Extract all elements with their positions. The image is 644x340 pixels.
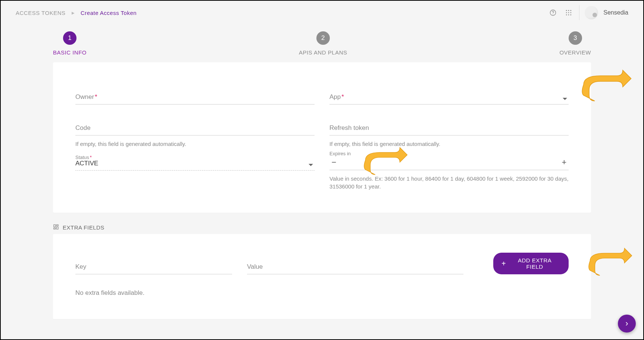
svg-point-5 — [566, 12, 567, 13]
svg-point-3 — [568, 10, 569, 11]
expires-input[interactable] — [338, 159, 560, 166]
svg-rect-12 — [56, 225, 58, 226]
expires-hint: Value in seconds. Ex: 3600 for 1 hour, 8… — [329, 175, 569, 190]
value-input[interactable] — [247, 255, 463, 274]
topbar: ACCESS TOKENS ▶ Create Access Token Sens… — [1, 1, 643, 25]
svg-point-4 — [570, 10, 572, 11]
extra-fields-card: Key Value + ADD EXTRA FIELD No extra fie… — [53, 234, 591, 319]
dashboard-icon — [53, 224, 59, 231]
extra-fields-title: EXTRA FIELDS — [63, 224, 104, 231]
svg-rect-13 — [56, 227, 58, 229]
step-basic-info[interactable]: 1 BASIC INFO — [53, 31, 87, 56]
owner-input[interactable] — [75, 85, 315, 105]
chevron-right-icon: › — [625, 319, 628, 328]
svg-point-9 — [568, 15, 569, 16]
svg-point-8 — [566, 15, 567, 16]
breadcrumb: ACCESS TOKENS ▶ Create Access Token — [16, 10, 137, 16]
step-circle-1: 1 — [63, 31, 76, 45]
status-input[interactable] — [75, 151, 315, 171]
extra-fields-header: EXTRA FIELDS — [53, 224, 591, 231]
svg-rect-14 — [54, 228, 56, 229]
stepper: 1 BASIC INFO 2 APIS AND PLANS 3 OVERVIEW — [1, 25, 643, 62]
app-field[interactable]: App* — [329, 85, 569, 105]
step-label-1: BASIC INFO — [53, 49, 87, 56]
add-extra-field-label: ADD EXTRA FIELD — [509, 257, 560, 270]
refresh-hint: If empty, this field is generated automa… — [329, 140, 569, 148]
status-field[interactable]: Status* — [75, 151, 315, 171]
step-overview[interactable]: 3 OVERVIEW — [559, 31, 591, 56]
code-input[interactable] — [75, 116, 315, 135]
step-circle-3: 3 — [569, 31, 582, 45]
chevron-down-icon — [563, 98, 567, 100]
app-input[interactable] — [329, 85, 569, 105]
username-label: Sensedia — [603, 9, 628, 16]
step-label-3: OVERVIEW — [559, 49, 591, 56]
chevron-down-icon — [309, 164, 313, 166]
extra-key-field[interactable]: Key — [75, 255, 232, 274]
help-icon[interactable] — [548, 7, 558, 18]
breadcrumb-current: Create Access Token — [81, 10, 137, 16]
svg-rect-11 — [54, 225, 56, 227]
step-apis-plans[interactable]: 2 APIS AND PLANS — [299, 31, 347, 56]
step-circle-2: 2 — [316, 31, 330, 45]
svg-point-1 — [553, 14, 553, 15]
apps-grid-icon[interactable] — [563, 7, 574, 18]
step-label-2: APIS AND PLANS — [299, 49, 347, 56]
extra-empty-message: No extra fields available. — [75, 289, 569, 297]
svg-point-2 — [566, 10, 567, 11]
key-input[interactable] — [75, 255, 232, 274]
basic-info-card: Owner* App* Code If empty, this field is… — [53, 62, 591, 213]
plus-icon: + — [501, 260, 506, 267]
svg-point-6 — [568, 12, 569, 13]
expires-field: Expires in − + — [329, 151, 569, 170]
owner-field[interactable]: Owner* — [75, 85, 315, 105]
breadcrumb-root[interactable]: ACCESS TOKENS — [16, 10, 66, 16]
svg-point-7 — [570, 12, 572, 13]
pointer-annotation-icon — [584, 243, 636, 279]
refresh-input[interactable] — [329, 116, 569, 135]
refresh-token-field[interactable]: Refresh token — [329, 116, 569, 135]
avatar[interactable] — [585, 6, 598, 19]
code-hint: If empty, this field is generated automa… — [75, 140, 315, 148]
next-fab[interactable]: › — [618, 315, 636, 333]
extra-value-field[interactable]: Value — [247, 255, 463, 274]
divider — [579, 5, 579, 20]
svg-point-10 — [570, 15, 572, 16]
chevron-right-icon: ▶ — [72, 11, 75, 15]
expires-increment[interactable]: + — [560, 158, 569, 167]
expires-decrement[interactable]: − — [329, 158, 338, 167]
add-extra-field-button[interactable]: + ADD EXTRA FIELD — [493, 253, 569, 274]
code-field[interactable]: Code — [75, 116, 315, 135]
